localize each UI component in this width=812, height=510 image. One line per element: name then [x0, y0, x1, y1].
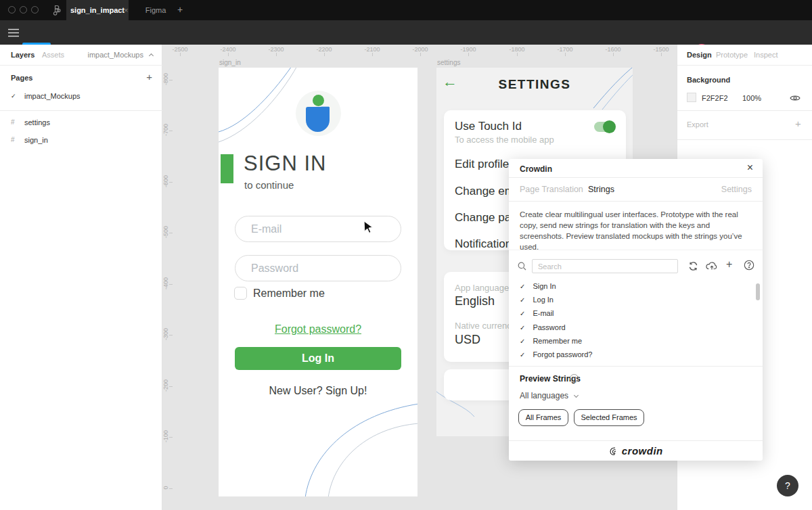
sign-in-frame[interactable]: SIGN IN to continue E-mail Password Reme… — [219, 68, 418, 496]
search-input[interactable] — [532, 259, 678, 273]
plugin-description: Create clear multilingual user interface… — [520, 209, 754, 252]
layer-name: settings — [24, 118, 50, 126]
tab-layers[interactable]: Layers — [11, 51, 35, 59]
string-label: Sign In — [533, 282, 556, 290]
remember-me-checkbox[interactable] — [234, 287, 247, 300]
background-opacity-value[interactable]: 100% — [742, 94, 761, 102]
string-label: Log In — [533, 296, 554, 304]
add-export-button[interactable]: + — [795, 118, 801, 129]
touch-id-toggle[interactable] — [594, 122, 614, 132]
sign-up-text[interactable]: New User? Sign Up! — [219, 385, 418, 397]
toggle-knob — [603, 120, 616, 133]
forgot-password-link[interactable]: Forgot password? — [219, 323, 418, 335]
string-row[interactable]: ✓Forgot password? — [520, 350, 592, 358]
string-label: Password — [533, 323, 565, 331]
page-selector-chevron-icon[interactable] — [149, 53, 154, 58]
email-field[interactable]: E-mail — [235, 216, 401, 242]
string-label: Forgot password? — [533, 350, 592, 358]
window-zoom-button[interactable] — [31, 6, 39, 14]
frame-icon: # — [11, 136, 15, 143]
background-section-title: Background — [687, 76, 730, 84]
add-string-button[interactable]: + — [726, 258, 732, 271]
tab-page-translation[interactable]: Page Translation — [520, 185, 583, 194]
close-icon[interactable]: × — [747, 162, 753, 174]
help-button[interactable]: ? — [777, 475, 798, 496]
plugin-tabs: Page Translation Strings Settings — [509, 178, 763, 202]
tab-prototype[interactable]: Prototype — [716, 51, 748, 59]
layer-row-sign-in[interactable]: # sign_in — [0, 135, 162, 147]
tab-inspect[interactable]: Inspect — [754, 51, 777, 59]
tab-design[interactable]: Design — [687, 51, 712, 59]
pages-title: Pages — [11, 74, 32, 82]
logo-drop — [306, 107, 330, 132]
divider — [677, 139, 812, 140]
password-field[interactable]: Password — [235, 255, 401, 281]
divider — [677, 110, 812, 111]
string-row[interactable]: ✓Sign In — [520, 282, 556, 290]
toolbar: T Crowdin Design Plugins / sign_in_impac… — [0, 20, 812, 45]
tab-close-icon[interactable]: × — [124, 6, 128, 14]
dropdown-chevron-icon — [574, 393, 579, 398]
document-tab[interactable]: sign_in_impact — [66, 0, 129, 20]
add-page-button[interactable]: + — [146, 71, 152, 83]
window-close-button[interactable] — [8, 6, 16, 14]
page-selector[interactable]: impact_Mockups — [87, 51, 143, 59]
language-filter-dropdown[interactable]: All languages — [520, 391, 578, 400]
string-row[interactable]: ✓E-mail — [520, 309, 554, 317]
preview-help-icon[interactable]: ? — [570, 374, 579, 383]
divider — [509, 250, 763, 250]
properties-tabs: Design Prototype Inspect — [677, 45, 812, 66]
string-row[interactable]: ✓Remember me — [520, 337, 582, 345]
string-row[interactable]: ✓Log In — [520, 296, 554, 304]
page-check-icon: ✓ — [11, 93, 16, 99]
visibility-eye-icon[interactable] — [790, 93, 800, 105]
window-minimize-button[interactable] — [20, 6, 27, 14]
crowdin-bird-icon — [608, 446, 618, 456]
touch-id-subtitle: To access the mobile app — [455, 135, 554, 145]
document-tab-label: sign_in_impact — [70, 6, 125, 14]
log-in-button[interactable]: Log In — [235, 347, 401, 370]
figma-logo-icon — [51, 5, 62, 18]
string-row[interactable]: ✓Password — [520, 323, 566, 331]
layer-row-settings[interactable]: # settings — [0, 118, 162, 130]
check-icon: ✓ — [520, 283, 525, 290]
upload-cloud-icon[interactable] — [706, 261, 718, 273]
string-label: E-mail — [533, 309, 554, 317]
export-section-title: Export — [687, 120, 708, 129]
all-frames-button[interactable]: All Frames — [518, 409, 568, 426]
layers-panel-header: Layers Assets impact_Mockups — [0, 45, 162, 66]
app-language-value[interactable]: English — [455, 294, 495, 308]
crowdin-plugin-modal: Crowdin × Page Translation Strings Setti… — [509, 159, 763, 461]
figma-home-tab[interactable]: Figma — [135, 0, 176, 20]
currency-value[interactable]: USD — [455, 333, 480, 347]
settings-title: SETTINGS — [436, 77, 633, 92]
plugin-title: Crowdin — [520, 164, 552, 174]
new-tab-button[interactable]: + — [177, 4, 183, 15]
menu-item-edit-profile[interactable]: Edit profile — [455, 158, 509, 171]
page-name: impact_Mockups — [24, 92, 81, 100]
main-menu-icon[interactable] — [8, 28, 19, 40]
plugin-header: Crowdin × — [509, 159, 763, 178]
app-language-label: App language — [455, 283, 509, 293]
check-icon: ✓ — [520, 310, 525, 317]
check-icon: ✓ — [520, 324, 525, 331]
app-logo — [296, 91, 341, 136]
window-tab-bar: sign_in_impact × Figma + — [0, 0, 812, 20]
sign-in-title: SIGN IN — [244, 152, 326, 176]
tab-assets[interactable]: Assets — [42, 51, 64, 59]
help-icon[interactable] — [744, 260, 754, 273]
menu-item-notifications[interactable]: Notifications — [455, 237, 518, 251]
title-accent-block — [221, 154, 233, 183]
frame-title-settings[interactable]: settings — [437, 59, 460, 66]
sync-icon[interactable] — [688, 261, 698, 274]
page-list-item[interactable]: ✓ impact_Mockups — [0, 91, 162, 103]
tab-settings[interactable]: Settings — [721, 185, 752, 194]
background-hex-value[interactable]: F2F2F2 — [702, 94, 728, 102]
scrollbar-thumb[interactable] — [756, 283, 760, 300]
divider — [0, 110, 162, 111]
selected-frames-button[interactable]: Selected Frames — [574, 409, 644, 426]
language-filter-value: All languages — [520, 391, 568, 400]
frame-title-sign-in[interactable]: sign_in — [219, 59, 241, 66]
background-color-swatch[interactable] — [687, 93, 696, 102]
tab-strings[interactable]: Strings — [588, 185, 614, 194]
